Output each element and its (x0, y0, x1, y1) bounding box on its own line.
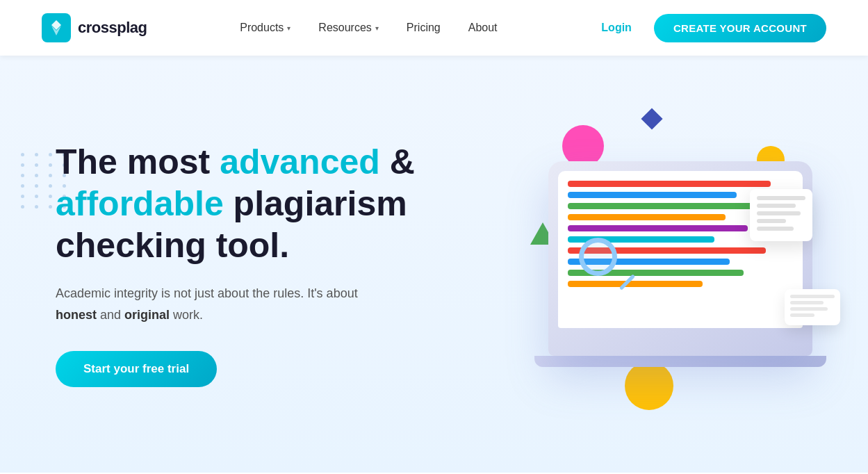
hero-section: The most advanced & affordable plagiaris… (0, 56, 868, 473)
nav-pricing[interactable]: Pricing (395, 16, 452, 40)
subtitle-part3: work. (170, 308, 203, 322)
hero-title-highlight1: advanced (220, 142, 380, 181)
logo-text: crossplag (78, 19, 147, 37)
doc-line-purple (568, 225, 748, 231)
doc-line-orange (568, 214, 726, 220)
doc-line-blue (568, 192, 737, 198)
doc-line-red (568, 181, 771, 187)
float-doc-top (750, 189, 812, 241)
products-chevron-icon: ▾ (287, 24, 290, 32)
nav-links: Products ▾ Resources ▾ Pricing About (229, 16, 508, 40)
pricing-label: Pricing (407, 22, 441, 34)
float-doc-bottom (785, 289, 840, 325)
resources-label: Resources (318, 22, 371, 34)
subtitle-bold2: original (124, 308, 170, 322)
hero-title-highlight2: affordable (56, 184, 224, 223)
nav-about[interactable]: About (457, 16, 509, 40)
subtitle-part1: Academic integrity is not just about the… (56, 286, 358, 300)
nav-resources[interactable]: Resources ▾ (307, 16, 389, 40)
subtitle-part2: and (97, 308, 124, 322)
nav-products[interactable]: Products ▾ (229, 16, 302, 40)
products-label: Products (240, 22, 284, 34)
magnifier-handle (619, 274, 635, 290)
create-account-button[interactable]: CREATE YOUR ACCOUNT (654, 14, 826, 42)
hero-title-part1: The most (56, 142, 220, 181)
hero-title-part2: & (380, 142, 415, 181)
navbar: crossplag Products ▾ Resources ▾ Pricing… (0, 0, 868, 56)
magnifier-glass (579, 238, 617, 276)
hero-illustration (465, 56, 868, 473)
logo-area: crossplag (42, 13, 147, 42)
doc-line-green (568, 203, 759, 209)
magnifier-icon (579, 238, 634, 293)
login-button[interactable]: Login (590, 16, 643, 40)
laptop-wrapper (548, 161, 826, 367)
start-trial-button[interactable]: Start your free trial (56, 351, 217, 387)
hero-subtitle: Academic integrity is not just about the… (56, 283, 389, 325)
laptop-bottom-bar (534, 356, 826, 367)
hero-content: The most advanced & affordable plagiaris… (56, 141, 445, 386)
nav-right: Login CREATE YOUR ACCOUNT (590, 14, 826, 42)
resources-chevron-icon: ▾ (375, 24, 379, 32)
about-label: About (468, 22, 498, 34)
subtitle-bold1: honest (56, 308, 97, 322)
crossplag-logo-icon (42, 13, 71, 42)
hero-title: The most advanced & affordable plagiaris… (56, 141, 445, 266)
